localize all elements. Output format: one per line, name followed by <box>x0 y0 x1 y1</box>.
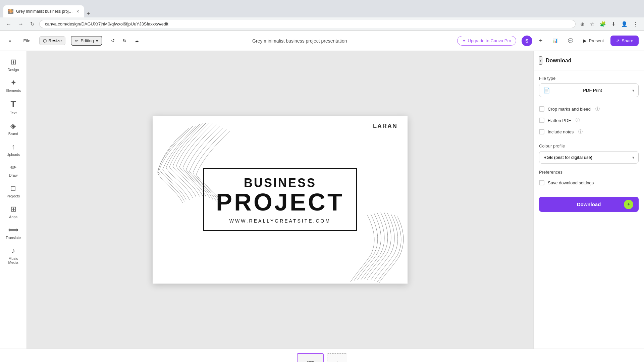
cloud-save-btn[interactable]: ☁ <box>131 36 142 45</box>
music-media-icon: ♪ <box>11 246 15 255</box>
sidebar-label-brand: Brand <box>8 132 18 136</box>
editing-btn[interactable]: ✏ Editing ▾ <box>71 36 102 46</box>
add-btn[interactable]: + <box>536 35 546 46</box>
sidebar-item-brand[interactable]: ◈ Brand <box>2 119 25 138</box>
download-button[interactable]: Download <box>539 197 639 212</box>
profile-btn[interactable]: 👤 <box>619 20 630 28</box>
undo-redo-group: ↺ ↻ ☁ <box>108 36 142 45</box>
colour-profile-value: RGB (best for digital use) <box>543 155 592 160</box>
download-spinner <box>624 200 633 209</box>
sidebar-item-uploads[interactable]: ↑ Uploads <box>2 140 25 159</box>
crop-marks-checkbox[interactable] <box>539 106 544 112</box>
share-icon: ↗ <box>616 38 620 43</box>
resize-btn[interactable]: ⬡ Resize <box>39 36 66 45</box>
crop-marks-row: Crop marks and bleed ⓘ <box>539 103 639 115</box>
crop-marks-label: Crop marks and bleed <box>548 107 591 112</box>
file-type-label: File type <box>539 76 639 81</box>
panel-back-btn[interactable]: ‹ <box>539 56 542 65</box>
projects-icon: □ <box>11 184 15 193</box>
filmstrip-add-btn[interactable]: + <box>327 353 347 362</box>
file-type-dropdown[interactable]: 📄 PDF Print ▾ <box>539 83 639 97</box>
share-btn[interactable]: ↗ Share <box>610 36 639 46</box>
sidebar-label-translate: Translate <box>6 236 21 240</box>
download-browser-btn[interactable]: ⬇ <box>609 20 618 28</box>
browser-tab-active[interactable]: 🎨 Grey minimalist business proje... × <box>3 5 84 17</box>
colour-profile-arrow-icon: ▾ <box>632 155 634 160</box>
file-type-section: File type 📄 PDF Print ▾ <box>539 76 639 97</box>
editing-label: Editing <box>80 38 94 43</box>
flatten-pdf-info-icon[interactable]: ⓘ <box>576 117 580 123</box>
save-settings-row: Save download settings <box>539 177 639 188</box>
download-panel: ‹ Download File type 📄 PDF Print ▾ Crop … <box>533 51 644 349</box>
nav-forward-btn[interactable]: → <box>16 20 25 28</box>
undo-btn[interactable]: ↺ <box>108 36 118 45</box>
translate-icon: ⟺ <box>8 226 19 234</box>
filmstrip-thumb-1[interactable]: BUSINESS PROJECT 1 <box>297 353 324 362</box>
present-btn[interactable]: ▶ Present <box>580 36 607 45</box>
design-icon: ⊞ <box>10 58 16 66</box>
sidebar-item-apps[interactable]: ⊞ Apps <box>2 202 25 222</box>
canvas-slide[interactable]: LARAN BUSINESS PROJECT WWW.REALLYGREATSI… <box>153 116 408 284</box>
file-type-dropdown-arrow: ▾ <box>632 88 634 93</box>
tab-close-btn[interactable]: × <box>76 9 79 14</box>
panel-body: File type 📄 PDF Print ▾ Crop marks and b… <box>534 70 644 349</box>
include-notes-info-icon[interactable]: ⓘ <box>578 129 583 135</box>
tab-favicon: 🎨 <box>8 9 13 14</box>
comments-btn[interactable]: 💬 <box>565 36 577 45</box>
elements-icon: ✦ <box>10 78 16 87</box>
colour-profile-dropdown[interactable]: RGB (best for digital use) ▾ <box>539 151 639 164</box>
edit-icon: ✏ <box>75 38 78 43</box>
bookmark-btn[interactable]: ☆ <box>588 20 596 28</box>
hamburger-menu-btn[interactable]: ≡ <box>5 36 15 45</box>
analytics-btn[interactable]: 📊 <box>549 36 561 45</box>
nav-refresh-btn[interactable]: ↻ <box>28 19 37 28</box>
brand-icon: ◈ <box>10 122 16 130</box>
sidebar-item-text[interactable]: T Text <box>2 97 25 118</box>
file-btn[interactable]: File <box>20 36 34 45</box>
main-layout: ⊞ Design ✦ Elements T Text ◈ Brand ↑ Upl… <box>0 51 644 349</box>
text-icon: T <box>11 99 16 110</box>
share-label: Share <box>622 38 633 43</box>
sidebar-item-projects[interactable]: □ Projects <box>2 181 25 201</box>
file-type-value: PDF Print <box>583 88 602 93</box>
sidebar-label-design: Design <box>7 68 19 72</box>
flatten-pdf-checkbox[interactable] <box>539 118 544 123</box>
new-tab-btn[interactable]: + <box>84 10 93 17</box>
nav-back-btn[interactable]: ← <box>4 20 13 28</box>
app-header: ≡ File ⬡ Resize ✏ Editing ▾ ↺ ↻ ☁ Grey m… <box>0 31 644 51</box>
header-right-group: S + 📊 💬 ▶ Present ↗ Share <box>522 35 639 46</box>
sidebar-item-translate[interactable]: ⟺ Translate <box>2 223 25 242</box>
sidebar-item-music-media[interactable]: ♪ Music Media <box>2 244 25 267</box>
extensions-btn[interactable]: 🧩 <box>598 20 608 28</box>
user-avatar[interactable]: S <box>522 36 532 46</box>
upgrade-label: Upgrade to Canva Pro <box>468 38 511 43</box>
sidebar-label-elements: Elements <box>6 88 21 93</box>
include-notes-label: Include notes <box>548 129 574 134</box>
filmstrip: BUSINESS PROJECT 1 + <box>0 349 644 362</box>
options-section: Crop marks and bleed ⓘ Flatten PDF ⓘ Inc… <box>539 103 639 137</box>
include-notes-checkbox[interactable] <box>539 129 544 134</box>
redo-btn[interactable]: ↻ <box>119 36 130 45</box>
include-notes-row: Include notes ⓘ <box>539 126 639 137</box>
crop-marks-info-icon[interactable]: ⓘ <box>595 106 600 112</box>
flatten-pdf-label: Flatten PDF <box>548 118 571 123</box>
browser-nav-bar: ← → ↻ canva.com/design/DAGUXr7jhM0/qfwxo… <box>0 17 644 31</box>
editing-chevron-icon: ▾ <box>96 38 98 43</box>
upgrade-icon: ✦ <box>462 38 466 43</box>
slide-website-text: WWW.REALLYGREATSITE.COM <box>214 218 346 224</box>
browser-nav-icons: ⊕ ☆ 🧩 ⬇ 👤 ⋮ <box>578 20 640 28</box>
menu-btn[interactable]: ⋮ <box>631 20 640 28</box>
sidebar-item-design[interactable]: ⊞ Design <box>2 55 25 74</box>
canvas-area: LARAN BUSINESS PROJECT WWW.REALLYGREATSI… <box>27 51 533 349</box>
browser-chrome: 🎨 Grey minimalist business proje... × + <box>0 0 644 17</box>
flatten-pdf-row: Flatten PDF ⓘ <box>539 115 639 126</box>
zoom-btn[interactable]: ⊕ <box>578 20 587 28</box>
sidebar-item-draw[interactable]: ✏ Draw <box>2 161 25 180</box>
upgrade-btn[interactable]: ✦ Upgrade to Canva Pro <box>457 36 516 46</box>
colour-profile-label: Colour profile <box>539 143 639 148</box>
sidebar-label-music-media: Music Media <box>5 256 22 264</box>
browser-tabs: 🎨 Grey minimalist business proje... × + <box>3 0 93 17</box>
save-settings-checkbox[interactable] <box>539 180 544 185</box>
sidebar-item-elements[interactable]: ✦ Elements <box>2 76 25 95</box>
address-bar[interactable]: canva.com/design/DAGUXr7jhM0/qfwxol6fjpU… <box>39 20 576 28</box>
